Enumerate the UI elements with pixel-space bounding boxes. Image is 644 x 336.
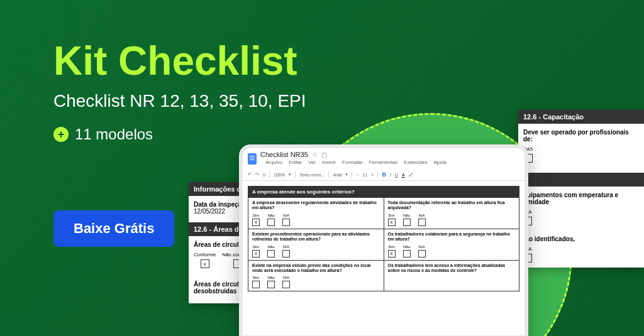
feature-text: 11 modelos [75,126,153,143]
card-header: 12.6 - Capacitação [518,110,644,124]
doc-title: Checklist NR35 [260,151,308,158]
google-docs-icon [248,153,257,165]
features-row: + 11 modelos [53,126,153,143]
card-question: Deve ser operado por profissionais de: [523,129,639,143]
checklist-table: A empresa atende aos seguintes critérios… [248,186,519,291]
checklist-card-right: 12.6 - Capacitação Deve ser operado por … [518,110,644,268]
italic-icon: I [390,173,391,177]
laptop-mockup: Checklist NR35 ☆ ▢ Arquivo Editar Ver In… [239,144,528,336]
bold-icon: B [382,171,386,178]
text-color-icon: A [402,173,405,177]
google-docs-screen: Checklist NR35 ☆ ▢ Arquivo Editar Ver In… [243,148,525,335]
headline: Kit Checklist [53,38,297,84]
download-button[interactable]: Baixe Grátis [53,210,174,247]
highlight-icon: 🖍 [409,173,413,177]
promo-banner: Kit Checklist Checklist NR 12, 13, 35, 1… [0,0,644,336]
doc-toolbar: ↶ ↷ ⎙ 100% ▾ Texto norm... Arial ▾ − 11 … [243,169,525,181]
folder-icon: ▢ [321,151,327,158]
underline-icon: U [395,173,398,177]
card-question: tão identificados, [523,236,639,242]
card-header: o [518,173,644,187]
subheadline: Checklist NR 12, 13, 35, 10, EPI [53,91,306,111]
plus-icon: + [53,127,69,142]
card-question: quipamentos com emperatura e umidade [523,192,639,205]
checkbox: x [201,259,209,268]
redo-icon: ↷ [255,172,259,177]
print-icon: ⎙ [263,173,265,177]
doc-menu-bar: Arquivo Editar Ver Inserir Formatar Ferr… [260,158,452,166]
star-icon: ☆ [312,151,318,158]
undo-icon: ↶ [248,172,252,177]
table-header: A empresa atende aos seguintes critérios… [248,187,519,198]
